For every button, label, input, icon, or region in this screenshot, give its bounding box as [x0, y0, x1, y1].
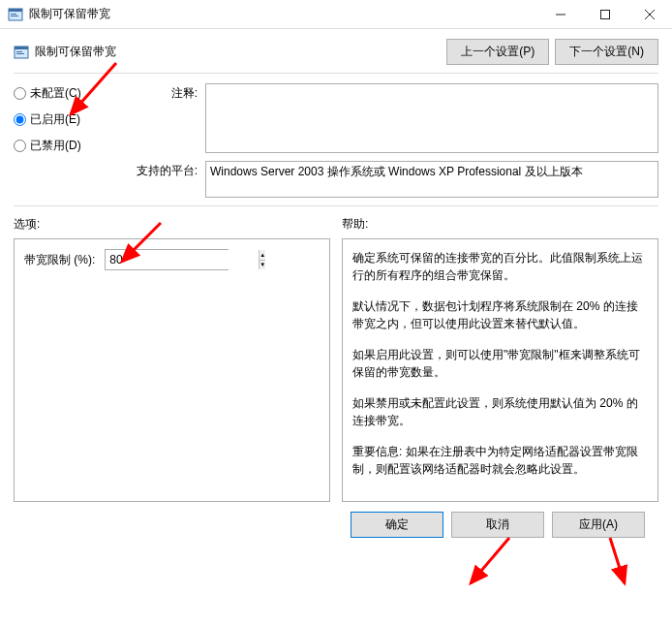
cancel-button[interactable]: 取消 — [451, 512, 544, 538]
radio-not-configured[interactable]: 未配置(C) — [14, 85, 120, 102]
radio-not-configured-input[interactable] — [14, 87, 26, 100]
close-button[interactable] — [627, 0, 672, 29]
apply-button[interactable]: 应用(A) — [552, 512, 645, 538]
help-paragraph: 默认情况下，数据包计划程序将系统限制在 20% 的连接带宽之内，但可以使用此设置… — [352, 297, 648, 332]
svg-rect-11 — [16, 53, 24, 54]
window-title: 限制可保留带宽 — [29, 6, 538, 22]
radio-not-configured-label: 未配置(C) — [30, 85, 81, 102]
svg-rect-9 — [15, 47, 28, 49]
next-setting-button[interactable]: 下一个设置(N) — [555, 39, 658, 65]
spinner-down-button[interactable]: ▼ — [260, 261, 265, 270]
help-label: 帮助: — [342, 216, 658, 233]
titlebar: 限制可保留带宽 — [0, 0, 672, 29]
svg-rect-5 — [601, 10, 610, 18]
platform-box: Windows Server 2003 操作系统或 Windows XP Pro… — [205, 161, 658, 198]
options-label: 选项: — [14, 216, 330, 233]
radio-disabled-label: 已禁用(D) — [30, 138, 81, 154]
svg-rect-10 — [16, 51, 22, 52]
options-panel: 带宽限制 (%): ▲ ▼ — [14, 238, 330, 502]
divider — [14, 205, 658, 206]
comment-input[interactable] — [205, 83, 658, 153]
radio-enabled[interactable]: 已启用(E) — [14, 111, 120, 128]
policy-icon — [8, 7, 23, 22]
prev-setting-button[interactable]: 上一个设置(P) — [446, 39, 549, 65]
bandwidth-spinner[interactable]: ▲ ▼ — [105, 249, 229, 270]
radio-disabled[interactable]: 已禁用(D) — [14, 138, 120, 154]
policy-icon — [14, 45, 29, 60]
svg-rect-2 — [11, 14, 16, 15]
radio-enabled-label: 已启用(E) — [30, 111, 80, 128]
spinner-up-button[interactable]: ▲ — [260, 250, 265, 261]
svg-rect-1 — [9, 9, 22, 12]
help-paragraph: 确定系统可保留的连接带宽的百分比。此值限制系统上运行的所有程序的组合带宽保留。 — [352, 249, 648, 284]
state-radio-group: 未配置(C) 已启用(E) 已禁用(D) — [14, 83, 120, 198]
maximize-button[interactable] — [583, 0, 627, 29]
platform-label: 支持的平台: — [130, 161, 198, 179]
help-paragraph: 重要信息: 如果在注册表中为特定网络适配器设置带宽限制，则配置该网络适配器时就会… — [352, 443, 648, 478]
comment-label: 注释: — [130, 83, 198, 102]
help-paragraph: 如果禁用或未配置此设置，则系统使用默认值为 20% 的连接带宽。 — [352, 394, 648, 429]
radio-enabled-input[interactable] — [14, 113, 26, 126]
help-panel: 确定系统可保留的连接带宽的百分比。此值限制系统上运行的所有程序的组合带宽保留。 … — [342, 238, 658, 502]
bandwidth-input[interactable] — [106, 250, 259, 269]
divider — [14, 73, 658, 74]
radio-disabled-input[interactable] — [14, 140, 26, 152]
page-title: 限制可保留带宽 — [35, 44, 116, 60]
svg-rect-3 — [11, 16, 18, 16]
minimize-button[interactable] — [538, 0, 583, 29]
ok-button[interactable]: 确定 — [351, 512, 443, 538]
help-paragraph: 如果启用此设置，则可以使用"带宽限制"框来调整系统可保留的带宽数量。 — [352, 346, 648, 381]
bandwidth-limit-label: 带宽限制 (%): — [24, 252, 95, 268]
platform-text: Windows Server 2003 操作系统或 Windows XP Pro… — [210, 165, 583, 178]
